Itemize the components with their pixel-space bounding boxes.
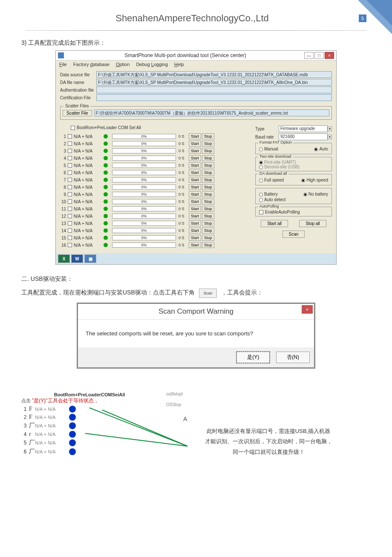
port-checkbox[interactable] <box>68 199 72 204</box>
word-icon[interactable]: W <box>71 254 83 263</box>
port-stop-button[interactable]: Stop <box>202 242 214 248</box>
auth-input[interactable] <box>96 87 332 93</box>
scatter-file-button[interactable]: Scatter File <box>63 110 92 116</box>
app-taskbar-icon[interactable]: ▣ <box>84 254 96 263</box>
port-start-button[interactable]: Start <box>189 155 201 161</box>
maximize-button[interactable]: □ <box>314 52 324 59</box>
port-checkbox[interactable] <box>68 178 72 182</box>
dafile-input[interactable]: F:\升级工具\MTK方案\XLS_SP MultiPortDownload\U… <box>96 79 332 86</box>
port-stop-button[interactable]: Stop <box>202 148 214 154</box>
status-dot-icon <box>104 221 108 225</box>
port-start-button[interactable]: Start <box>189 220 201 226</box>
port-stop-button[interactable]: Stop <box>202 155 214 161</box>
port-start-button[interactable]: Start <box>189 177 201 183</box>
cert-input[interactable] <box>96 94 332 101</box>
port-checkbox[interactable] <box>68 156 72 160</box>
autodetect-radio[interactable] <box>259 198 263 202</box>
dialog-no-button[interactable]: 否(N) <box>276 352 310 363</box>
port-start-button[interactable]: Start <box>189 170 201 176</box>
port-stop-button[interactable]: Stop <box>202 199 214 205</box>
port-start-button[interactable]: Start <box>189 133 201 139</box>
start-all-button[interactable]: Start all <box>261 220 288 227</box>
fat-auto-radio[interactable] <box>314 147 318 151</box>
dialog-yes-button[interactable]: 是(Y) <box>236 352 270 363</box>
port-stop-button[interactable]: Stop <box>202 220 214 226</box>
port-checkbox[interactable] <box>68 170 72 175</box>
click-yes-text: 点击 "是(Y)"工具会处于等待状态， <box>21 397 158 404</box>
dropdown-icon[interactable]: ▾ <box>328 127 332 131</box>
port-stop-button[interactable]: Stop <box>202 133 214 139</box>
port-num: 12 <box>60 214 68 219</box>
nobattery-radio[interactable] <box>303 193 307 196</box>
fat-manual-radio[interactable] <box>259 147 263 151</box>
excel-icon[interactable]: X <box>58 254 70 263</box>
port-start-button[interactable]: Start <box>189 191 201 197</box>
port-checkbox[interactable] <box>68 207 72 211</box>
dialog-close-button[interactable]: × <box>302 305 313 314</box>
port-start-button[interactable]: Start <box>189 148 201 154</box>
port-stop-button[interactable]: Stop <box>202 162 214 168</box>
port-stop-button[interactable]: Stop <box>202 213 214 219</box>
type-select[interactable]: Firmware upgrade <box>279 125 328 132</box>
port-stop-button[interactable]: Stop <box>202 191 214 197</box>
port-checkbox[interactable] <box>68 149 72 153</box>
high-speed-radio[interactable] <box>301 179 305 182</box>
port-start-button[interactable]: Start <box>189 206 201 212</box>
twosite-legend: Two-site download <box>258 154 293 159</box>
second-site-label: Second-site (USB) <box>264 165 300 169</box>
port-checkbox[interactable] <box>68 134 72 139</box>
datasource-input[interactable]: F:\升级工具\MTK方案\XLS_SP MultiPortDownload\U… <box>96 71 332 78</box>
menu-file[interactable]: File <box>59 62 67 67</box>
port-checkbox[interactable] <box>68 214 72 218</box>
port-start-button[interactable]: Start <box>189 184 201 190</box>
scan-button[interactable]: Scan <box>282 231 305 238</box>
port-stop-button[interactable]: Stop <box>202 141 214 147</box>
port-checkbox[interactable] <box>68 185 72 189</box>
port-start-button[interactable]: Start <box>189 235 201 241</box>
progress-bar: 0% <box>112 170 176 175</box>
sel-all-checkbox[interactable] <box>71 126 75 130</box>
scatter-input[interactable]: F:\升级软件\A7000\A7000TM\A7000TM（爱魅）的软件2013… <box>94 110 329 116</box>
battery-radio[interactable] <box>259 193 263 196</box>
port-stop-button[interactable]: Stop <box>202 206 214 212</box>
minimize-button[interactable]: — <box>304 52 314 59</box>
port-checkbox[interactable] <box>68 243 72 247</box>
menu-option[interactable]: Option <box>116 62 130 67</box>
port-stop-button[interactable]: Stop <box>202 170 214 176</box>
port-checkbox[interactable] <box>68 163 72 167</box>
second-site-radio[interactable] <box>259 165 263 169</box>
progress-bar: 0% <box>112 242 176 248</box>
enable-polling-checkbox[interactable] <box>259 210 263 214</box>
menu-debug[interactable]: Debug Logging <box>136 62 168 67</box>
port-time: 0 S <box>179 243 188 247</box>
close-button[interactable]: × <box>325 52 334 59</box>
menu-factory[interactable]: Factory database <box>73 62 110 67</box>
full-speed-radio[interactable] <box>259 179 263 182</box>
port-stop-button[interactable]: Stop <box>202 184 214 190</box>
port-na: N/A + N/A <box>74 185 99 190</box>
stop-all-button[interactable]: Stop all <box>299 220 326 227</box>
port-num: 11 <box>60 207 68 211</box>
port-checkbox[interactable] <box>68 236 72 240</box>
port-start-button[interactable]: Start <box>189 141 201 147</box>
port-checkbox[interactable] <box>68 228 72 233</box>
baud-select[interactable]: 921600 <box>279 133 328 140</box>
port-checkbox[interactable] <box>68 192 72 196</box>
port-stop-button[interactable]: Stop <box>202 177 214 183</box>
status-dot-icon <box>104 228 108 233</box>
dropdown-icon[interactable]: ▾ <box>328 135 332 139</box>
first-site-radio[interactable] <box>259 161 263 165</box>
port-stop-button[interactable]: Stop <box>202 235 214 241</box>
port-start-button[interactable]: Start <box>189 162 201 168</box>
port-checkbox[interactable] <box>68 141 72 146</box>
port-start-button[interactable]: Start <box>189 228 201 234</box>
para1-b: ，工具会提示： <box>221 289 263 296</box>
menu-help[interactable]: Help <box>174 62 184 67</box>
progress-bar: 0% <box>112 134 176 139</box>
port-start-button[interactable]: Start <box>189 242 201 248</box>
port-stop-button[interactable]: Stop <box>202 228 214 234</box>
port-start-button[interactable]: Start <box>189 213 201 219</box>
port-start-button[interactable]: Start <box>189 199 201 205</box>
port-checkbox[interactable] <box>68 221 72 225</box>
dialog-title: Scan Comport Warning × <box>78 304 314 320</box>
